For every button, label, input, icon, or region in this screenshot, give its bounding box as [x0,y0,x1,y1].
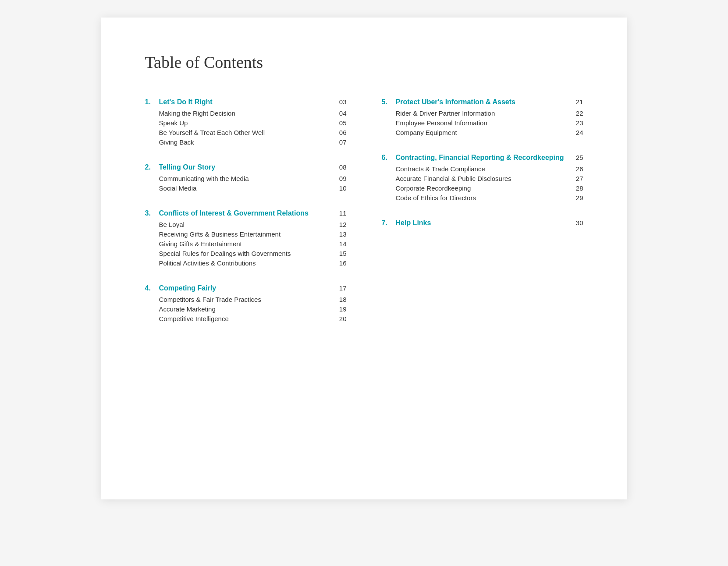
left-column: 1.Let's Do It Right03Making the Right De… [145,98,347,340]
sub-item-page-number: 26 [570,165,583,173]
section-page-number: 08 [334,163,347,171]
sub-item-title[interactable]: Competitive Intelligence [159,315,334,322]
sub-item: Giving Gifts & Entertainment14 [145,240,347,248]
section-header: 7.Help Links30 [382,219,583,227]
section-number: 6. [382,154,396,162]
sub-item: Company Equipment24 [382,129,583,136]
sub-item-title[interactable]: Accurate Marketing [159,305,334,313]
sub-item-page-number: 04 [334,110,347,117]
section-number: 1. [145,98,159,106]
sub-item: Competitive Intelligence20 [145,315,347,322]
sub-item-page-number: 15 [334,250,347,257]
section-header: 2.Telling Our Story08 [145,163,347,171]
sub-item-page-number: 09 [334,175,347,182]
sub-item-page-number: 14 [334,240,347,248]
sub-item-title[interactable]: Accurate Financial & Public Disclosures [396,175,570,182]
sub-item: Be Yourself & Treat Each Other Well06 [145,129,347,136]
section-page-number: 17 [334,284,347,292]
sub-item: Accurate Marketing19 [145,305,347,313]
section-page-number: 30 [570,219,583,226]
page-container: Table of Contents 1.Let's Do It Right03M… [101,18,627,499]
sub-item-page-number: 20 [334,315,347,322]
sub-item-title[interactable]: Special Rules for Dealings with Governme… [159,250,334,257]
sub-item-page-number: 12 [334,221,347,228]
sub-item: Rider & Driver Partner Information22 [382,110,583,117]
sub-item-title[interactable]: Competitors & Fair Trade Practices [159,296,334,303]
toc-section: 6.Contracting, Financial Reporting & Rec… [382,154,583,202]
section-title[interactable]: Conflicts of Interest & Government Relat… [159,209,334,217]
page-title: Table of Contents [145,53,583,72]
section-page-number: 11 [334,209,347,217]
sub-item-title[interactable]: Giving Gifts & Entertainment [159,240,334,248]
sub-item-page-number: 19 [334,305,347,313]
sub-item-page-number: 29 [570,194,583,202]
toc-section: 3.Conflicts of Interest & Government Rel… [145,209,347,267]
sub-item: Competitors & Fair Trade Practices18 [145,296,347,303]
sub-item: Be Loyal12 [145,221,347,228]
sub-item-title[interactable]: Rider & Driver Partner Information [396,110,570,117]
section-header: 6.Contracting, Financial Reporting & Rec… [382,154,583,162]
section-number: 3. [145,209,159,217]
section-page-number: 03 [334,98,347,106]
sub-item: Speak Up05 [145,119,347,127]
toc-section: 4.Competing Fairly17Competitors & Fair T… [145,284,347,322]
sub-item-page-number: 06 [334,129,347,136]
sub-item-title[interactable]: Contracts & Trade Compliance [396,165,570,173]
sub-item-page-number: 05 [334,119,347,127]
section-page-number: 25 [570,154,583,161]
section-header: 5.Protect Uber's Information & Assets21 [382,98,583,106]
toc-section: 1.Let's Do It Right03Making the Right De… [145,98,347,146]
sub-item-title[interactable]: Giving Back [159,138,334,146]
section-header: 4.Competing Fairly17 [145,284,347,292]
section-number: 4. [145,284,159,292]
sub-item-page-number: 13 [334,230,347,238]
sub-item: Accurate Financial & Public Disclosures2… [382,175,583,182]
section-header: 1.Let's Do It Right03 [145,98,347,106]
section-title[interactable]: Telling Our Story [159,163,334,171]
toc-container: 1.Let's Do It Right03Making the Right De… [145,98,583,340]
sub-item-title[interactable]: Employee Personal Information [396,119,570,127]
sub-item: Receiving Gifts & Business Entertainment… [145,230,347,238]
toc-section: 5.Protect Uber's Information & Assets21R… [382,98,583,136]
sub-item: Giving Back07 [145,138,347,146]
section-page-number: 21 [570,98,583,106]
section-title[interactable]: Let's Do It Right [159,98,334,106]
sub-item-page-number: 18 [334,296,347,303]
sub-item-page-number: 28 [570,184,583,192]
sub-item-title[interactable]: Code of Ethics for Directors [396,194,570,202]
sub-item-title[interactable]: Political Activities & Contributions [159,259,334,267]
sub-item-title[interactable]: Be Loyal [159,221,334,228]
sub-item: Contracts & Trade Compliance26 [382,165,583,173]
sub-item-title[interactable]: Company Equipment [396,129,570,136]
sub-item-title[interactable]: Corporate Recordkeeping [396,184,570,192]
sub-item: Social Media10 [145,184,347,192]
section-title[interactable]: Protect Uber's Information & Assets [396,98,570,106]
sub-item: Special Rules for Dealings with Governme… [145,250,347,257]
sub-item-title[interactable]: Making the Right Decision [159,110,334,117]
sub-item-page-number: 16 [334,259,347,267]
section-header: 3.Conflicts of Interest & Government Rel… [145,209,347,217]
toc-section: 2.Telling Our Story08Communicating with … [145,163,347,192]
sub-item-page-number: 27 [570,175,583,182]
section-number: 7. [382,219,396,227]
section-number: 5. [382,98,396,106]
right-column: 5.Protect Uber's Information & Assets21R… [382,98,583,340]
section-number: 2. [145,163,159,171]
sub-item: Employee Personal Information23 [382,119,583,127]
sub-item-page-number: 10 [334,184,347,192]
section-title[interactable]: Competing Fairly [159,284,334,292]
sub-item-page-number: 22 [570,110,583,117]
sub-item-title[interactable]: Receiving Gifts & Business Entertainment [159,230,334,238]
section-title[interactable]: Help Links [396,219,570,227]
sub-item: Corporate Recordkeeping28 [382,184,583,192]
sub-item: Code of Ethics for Directors29 [382,194,583,202]
sub-item-page-number: 23 [570,119,583,127]
sub-item-title[interactable]: Be Yourself & Treat Each Other Well [159,129,334,136]
sub-item-page-number: 24 [570,129,583,136]
sub-item-title[interactable]: Speak Up [159,119,334,127]
sub-item-title[interactable]: Social Media [159,184,334,192]
sub-item-title[interactable]: Communicating with the Media [159,175,334,182]
sub-item: Making the Right Decision04 [145,110,347,117]
section-title[interactable]: Contracting, Financial Reporting & Recor… [396,154,570,162]
toc-section: 7.Help Links30 [382,219,583,227]
